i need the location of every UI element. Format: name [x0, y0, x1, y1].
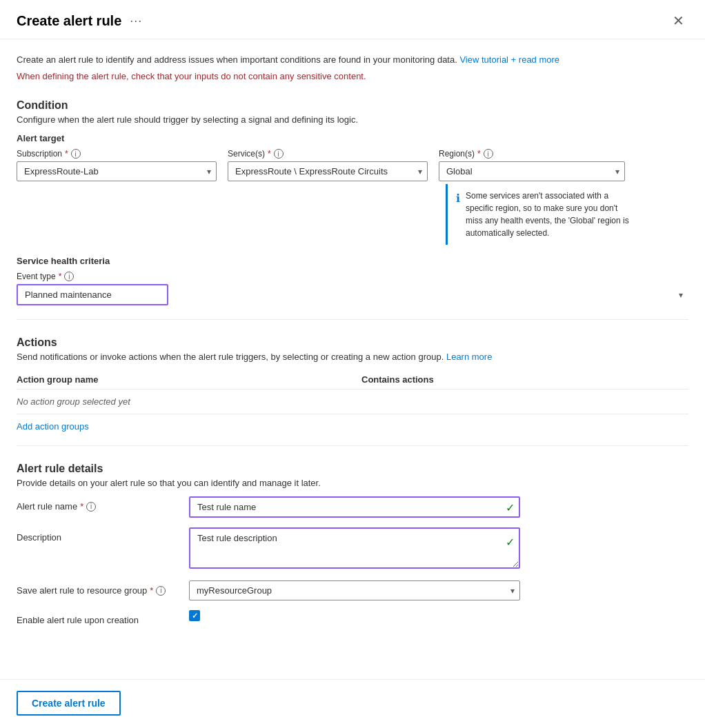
col-contains-actions: Contains actions	[361, 374, 434, 385]
view-tutorial-link[interactable]: View tutorial + read more	[459, 54, 559, 65]
resource-group-select[interactable]: myResourceGroup	[189, 580, 520, 600]
close-button[interactable]: ✕	[668, 11, 688, 30]
event-type-select-wrapper: Planned maintenance ▾	[17, 284, 688, 305]
description-row: Description Test rule description ✓	[17, 527, 688, 571]
event-type-label: Event type * i	[17, 272, 688, 281]
info-circle-icon: ℹ	[456, 190, 460, 207]
panel-footer: Create alert rule	[0, 679, 705, 727]
region-info-box: ℹ Some services aren't associated with a…	[446, 184, 688, 245]
alert-target-row: Subscription * i ExpressRoute-Lab ▾ Serv	[17, 149, 688, 181]
enable-checkbox[interactable]	[189, 610, 200, 621]
event-type-info-icon[interactable]: i	[64, 272, 74, 281]
condition-section-title: Condition	[17, 99, 688, 112]
event-type-chevron-icon: ▾	[679, 290, 683, 300]
event-type-select[interactable]: Planned maintenance	[17, 284, 168, 305]
description-check-icon: ✓	[506, 536, 515, 549]
more-options-icon[interactable]: ···	[130, 14, 142, 28]
regions-select-wrapper: Global ▾	[439, 161, 625, 181]
panel-body: Create an alert rule to identify and add…	[0, 39, 705, 651]
actions-table-header: Action group name Contains actions	[17, 370, 688, 390]
services-select-wrapper: ExpressRoute \ ExpressRoute Circuits ▾	[228, 161, 428, 181]
actions-section-desc: Send notifications or invoke actions whe…	[17, 352, 688, 362]
details-section: Alert rule details Provide details on yo…	[17, 463, 688, 625]
rule-name-check-icon: ✓	[506, 501, 515, 514]
rule-name-input-wrapper: ✓	[189, 496, 520, 518]
create-alert-rule-button[interactable]: Create alert rule	[17, 691, 121, 716]
add-action-groups-link[interactable]: Add action groups	[17, 421, 89, 432]
regions-label: Region(s) * i	[439, 149, 625, 159]
subscription-info-icon[interactable]: i	[71, 149, 81, 159]
alert-target-section: Alert target Subscription * i ExpressRou…	[17, 133, 688, 245]
resource-group-row: Save alert rule to resource group * i my…	[17, 580, 688, 600]
services-select[interactable]: ExpressRoute \ ExpressRoute Circuits	[228, 161, 428, 181]
rule-name-row: Alert rule name * i ✓	[17, 496, 688, 518]
description-textarea[interactable]: Test rule description	[189, 527, 520, 569]
alert-target-label: Alert target	[17, 133, 688, 143]
panel-header: Create alert rule ··· ✕	[0, 0, 705, 39]
divider-1	[17, 319, 688, 320]
enable-checkbox-row: Enable alert rule upon creation	[17, 610, 688, 625]
details-section-title: Alert rule details	[17, 463, 688, 475]
services-info-icon[interactable]: i	[274, 149, 284, 159]
services-group: Service(s) * i ExpressRoute \ ExpressRou…	[228, 149, 428, 181]
actions-section: Actions Send notifications or invoke act…	[17, 336, 688, 432]
subscription-select-wrapper: ExpressRoute-Lab ▾	[17, 161, 217, 181]
subscription-select[interactable]: ExpressRoute-Lab	[17, 161, 217, 181]
subscription-group: Subscription * i ExpressRoute-Lab ▾	[17, 149, 217, 181]
rule-name-label: Alert rule name * i	[17, 496, 189, 512]
regions-group: Region(s) * i Global ▾	[439, 149, 625, 181]
condition-section-desc: Configure when the alert rule should tri…	[17, 114, 688, 125]
resource-group-label: Save alert rule to resource group * i	[17, 580, 189, 596]
health-criteria-label: Service health criteria	[17, 256, 688, 266]
col-action-group-name: Action group name	[17, 374, 361, 385]
regions-select[interactable]: Global	[439, 161, 625, 181]
services-label: Service(s) * i	[228, 149, 428, 159]
description-label: Description	[17, 527, 189, 543]
details-section-desc: Provide details on your alert rule so th…	[17, 478, 688, 488]
rule-name-input[interactable]	[189, 496, 520, 518]
event-type-group: Event type * i Planned maintenance ▾	[17, 272, 688, 305]
create-alert-rule-panel: Create alert rule ··· ✕ Create an alert …	[0, 0, 705, 728]
regions-info-icon[interactable]: i	[484, 149, 493, 159]
actions-learn-more-link[interactable]: Learn more	[446, 352, 492, 362]
description-input-wrapper: Test rule description ✓	[189, 527, 520, 571]
divider-2	[17, 445, 688, 446]
subscription-label: Subscription * i	[17, 149, 217, 159]
enable-checkbox-wrapper	[189, 610, 200, 621]
sensitive-text: When defining the alert rule, check that…	[17, 70, 688, 83]
rule-name-info-icon[interactable]: i	[86, 502, 96, 512]
panel-title: Create alert rule	[17, 13, 121, 29]
resource-group-info-icon[interactable]: i	[156, 586, 166, 596]
resource-group-select-wrapper: myResourceGroup ▾	[189, 580, 520, 600]
intro-text: Create an alert rule to identify and add…	[17, 53, 688, 67]
enable-label: Enable alert rule upon creation	[17, 610, 189, 625]
region-info-content: ℹ Some services aren't associated with a…	[446, 184, 639, 245]
no-action-group-row: No action group selected yet	[17, 390, 688, 414]
health-criteria-section: Service health criteria Event type * i P…	[17, 256, 688, 305]
actions-section-title: Actions	[17, 336, 688, 349]
